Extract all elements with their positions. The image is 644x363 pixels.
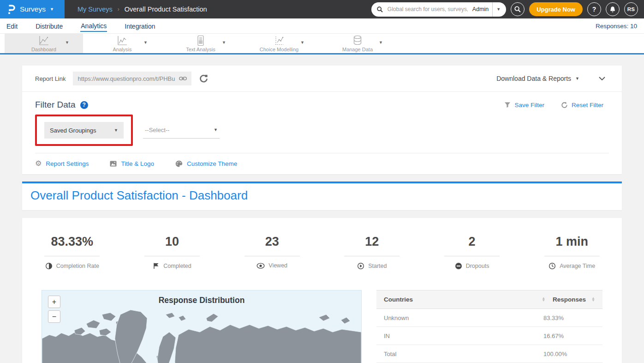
- filter-data-title: Filter Data: [35, 100, 76, 110]
- user-avatar[interactable]: RS: [624, 2, 638, 16]
- country-cell: Total: [384, 351, 543, 357]
- minus-circle-icon: [455, 262, 462, 270]
- tab-text-analysis[interactable]: Text Analysis ▼: [161, 34, 240, 53]
- tab-label: Text Analysis: [186, 47, 215, 52]
- responses-column-header: Responses: [553, 296, 586, 303]
- filter-help-icon[interactable]: ?: [80, 101, 88, 109]
- dashboard-stats-panel: 83.33% Completion Rate 10 Completed: [22, 218, 622, 363]
- help-button[interactable]: ?: [587, 2, 601, 16]
- global-search-input[interactable]: [387, 6, 469, 13]
- responses-count: Responses: 10: [596, 23, 638, 30]
- tab-manage-data[interactable]: Manage Data ▼: [318, 34, 397, 53]
- zoom-out-button[interactable]: −: [48, 310, 60, 323]
- reset-filter-button[interactable]: Reset Filter: [561, 102, 603, 109]
- saved-groupings-dropdown[interactable]: Saved Groupings ▼: [44, 122, 124, 139]
- stat-value: 12: [322, 235, 422, 249]
- sort-icon[interactable]: ▲▼: [591, 297, 595, 302]
- report-settings-link[interactable]: ⚙ Report Settings: [35, 160, 89, 167]
- line-chart-icon: [38, 35, 50, 47]
- stat-viewed: 23 Viewed: [222, 235, 322, 270]
- country-cell: IN: [384, 333, 543, 339]
- world-map: [42, 308, 361, 363]
- stat-label: Completed: [163, 263, 191, 269]
- filter-actions: Save Filter Reset Filter: [504, 102, 609, 109]
- funnel-icon: [504, 102, 511, 108]
- contrast-icon: [45, 262, 53, 270]
- search-scope-dropdown[interactable]: ▼: [496, 7, 501, 12]
- download-label: Download Data & Reports: [496, 75, 571, 82]
- chevron-down-icon[interactable]: ▼: [379, 40, 383, 45]
- global-search: Admin ▼: [371, 2, 506, 17]
- annotation-highlight-box: Saved Groupings ▼: [35, 115, 133, 146]
- product-name: Surveys: [20, 5, 46, 13]
- chevron-down-icon: ▼: [114, 128, 118, 133]
- stat-label: Average Time: [560, 263, 595, 269]
- link-icon[interactable]: [179, 76, 187, 81]
- tab-analysis[interactable]: Analysis ▼: [83, 34, 161, 53]
- reset-icon: [561, 102, 568, 109]
- stat-label: Dropouts: [466, 263, 489, 269]
- collapse-panel-button[interactable]: [599, 77, 605, 81]
- topbar-actions: Admin ▼ Upgrade Now ? RS: [371, 2, 644, 17]
- responses-cell: 83.33%: [543, 315, 595, 321]
- table-row: Total 100.00%: [376, 345, 602, 363]
- map-zoom-controls: + −: [48, 296, 60, 323]
- country-cell: Unknown: [384, 315, 543, 321]
- page-title: Overall Product Satisfaction - Dashboard: [30, 188, 614, 203]
- qr-code-icon[interactable]: [199, 74, 208, 83]
- search-icon: [377, 6, 383, 12]
- notifications-button[interactable]: [606, 2, 620, 16]
- surveys-product-menu[interactable]: Surveys ▼: [0, 0, 65, 18]
- download-data-reports-menu[interactable]: Download Data & Reports ▼: [496, 75, 579, 82]
- line-chart-icon: [116, 35, 128, 47]
- filter-controls-row: Saved Groupings ▼ --Select-- ▼: [35, 115, 609, 146]
- filter-select-dropdown[interactable]: --Select-- ▼: [143, 122, 220, 139]
- tab-dashboard[interactable]: Dashboard ▼: [5, 34, 83, 53]
- nav-analytics[interactable]: Analytics: [80, 20, 107, 32]
- divider: [444, 256, 500, 256]
- report-link-field[interactable]: https://www.questionpro.com/t/PHBu: [73, 72, 191, 85]
- nav-integration[interactable]: Integration: [124, 20, 155, 31]
- breadcrumb-my-surveys[interactable]: My Surveys: [78, 6, 113, 13]
- stat-value: 83.33%: [22, 235, 122, 249]
- filter-data-section: Filter Data ? Save Filter Reset Filter: [22, 92, 622, 174]
- bell-icon: [609, 6, 616, 13]
- stat-value: 1 min: [522, 235, 622, 249]
- chevron-down-icon[interactable]: ▼: [300, 40, 304, 45]
- nav-edit[interactable]: Edit: [6, 20, 18, 31]
- chevron-down-icon: ▼: [50, 7, 54, 12]
- save-filter-button[interactable]: Save Filter: [504, 102, 544, 109]
- upgrade-now-button[interactable]: Upgrade Now: [529, 2, 583, 16]
- title-logo-link[interactable]: Title & Logo: [110, 160, 154, 167]
- tab-choice-modelling[interactable]: Choice Modelling ▼: [240, 34, 318, 53]
- responses-cell: 100.00%: [543, 351, 595, 357]
- table-row: IN 16.67%: [376, 327, 602, 345]
- nav-distribute[interactable]: Distribute: [35, 20, 63, 31]
- palette-icon: [175, 160, 183, 167]
- sort-icon[interactable]: ▲▼: [542, 297, 545, 302]
- chevron-down-icon[interactable]: ▼: [143, 40, 148, 45]
- chevron-down-icon[interactable]: ▼: [65, 40, 69, 45]
- stat-value: 2: [422, 235, 522, 249]
- report-link-url[interactable]: https://www.questionpro.com/t/PHBu: [78, 75, 175, 82]
- customize-theme-link[interactable]: Customize Theme: [175, 160, 237, 167]
- stat-completion-rate: 83.33% Completion Rate: [22, 235, 122, 270]
- stat-dropouts: 2 Dropouts: [422, 235, 522, 270]
- report-settings-label: Report Settings: [46, 160, 89, 167]
- report-filter-panel: Report Link https://www.questionpro.com/…: [22, 66, 622, 174]
- tab-label: Manage Data: [342, 47, 373, 52]
- breadcrumb: My Surveys › Overall Product Satisfactio…: [78, 6, 207, 13]
- search-button[interactable]: [511, 2, 525, 16]
- divider: [544, 256, 600, 256]
- chevron-down-icon[interactable]: ▼: [222, 40, 226, 45]
- breadcrumb-separator: ›: [118, 6, 119, 12]
- stat-label: Completion Rate: [56, 263, 99, 269]
- zoom-in-button[interactable]: +: [48, 296, 60, 308]
- stat-started: 12 Started: [322, 235, 422, 270]
- survey-nav: Edit Distribute Analytics Integration Re…: [0, 18, 644, 34]
- divider: [344, 256, 400, 256]
- divider: [144, 256, 200, 256]
- top-bar: Surveys ▼ My Surveys › Overall Product S…: [0, 0, 644, 18]
- map-title: Response Distribution: [42, 296, 361, 305]
- clock-icon: [549, 262, 556, 270]
